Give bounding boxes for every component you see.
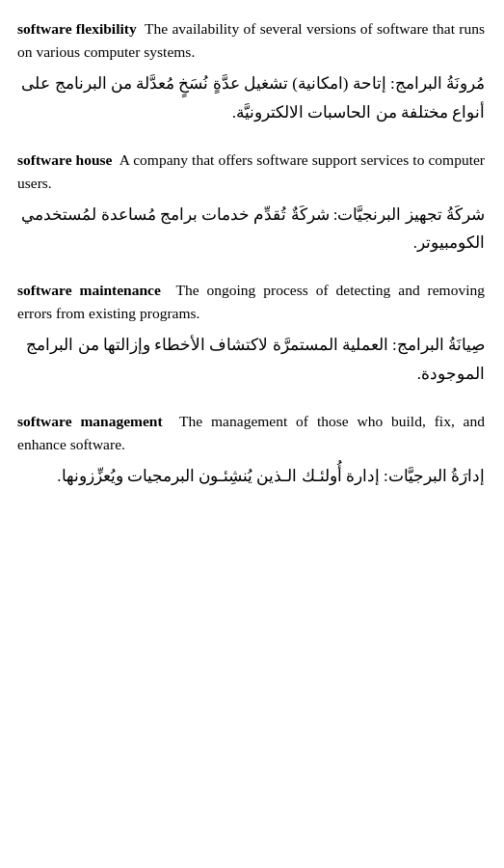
entry-arabic: مُرونَةُ البرامج: إتاحة (امكانية) تشغيل …: [17, 69, 485, 127]
entry-body: software maintenance The ongoing process…: [17, 279, 485, 325]
entry-term: software maintenance: [17, 282, 161, 298]
entry-term: software house: [17, 151, 113, 168]
entry-body: software house A company that offers sof…: [17, 149, 485, 195]
entry-term: software flexibility: [17, 20, 137, 37]
entry-arabic: شركَةُ تجهيز البرنجيَّات: شركَةٌ تُقدِّم…: [17, 201, 485, 258]
dictionary-page: software flexibility The availability of…: [17, 17, 485, 490]
entry-software-maintenance: software maintenance The ongoing process…: [17, 279, 485, 389]
entry-body: software flexibility The availability of…: [17, 17, 485, 64]
entry-body: software management The management of th…: [17, 410, 485, 456]
entry-arabic: إدارَةُ البرجيَّات: إدارة أُولئـك الـذين…: [17, 462, 485, 491]
entry-software-management: software management The management of th…: [17, 410, 485, 491]
entry-arabic: صِيانَةُ البرامج: العملية المستمرَّة لاك…: [17, 331, 485, 389]
entry-software-flexibility: software flexibility The availability of…: [17, 17, 485, 127]
entry-term: software management: [17, 413, 163, 429]
entry-software-house: software house A company that offers sof…: [17, 149, 485, 258]
